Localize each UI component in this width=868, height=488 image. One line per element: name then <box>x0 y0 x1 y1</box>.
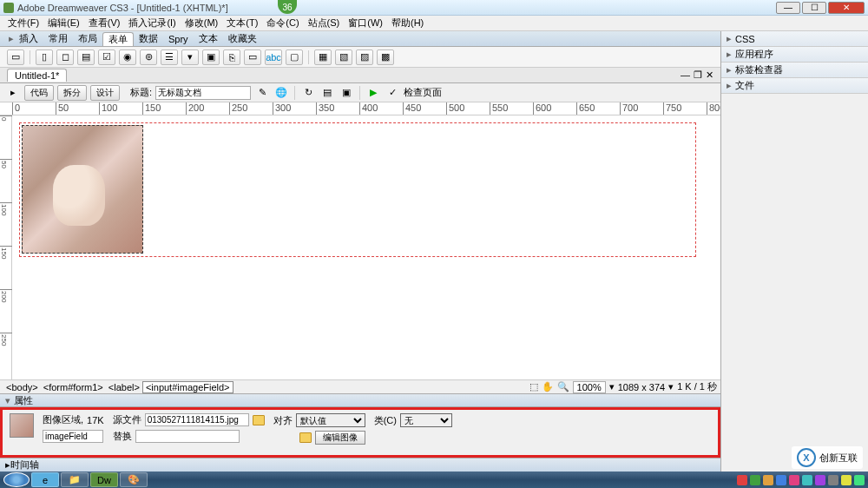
panel-tag-inspector[interactable]: ▸标签检查器 <box>721 63 868 78</box>
design-view-button[interactable]: 设计 <box>90 85 120 101</box>
edit-image-button[interactable]: 编辑图像 <box>315 431 365 445</box>
start-button[interactable] <box>3 472 30 487</box>
spry-checkbox-icon[interactable]: ▨ <box>356 49 373 65</box>
tray-icon[interactable] <box>737 475 747 485</box>
tag-form[interactable]: <form#form1> <box>41 382 106 392</box>
insert-tab-layout[interactable]: 布局 <box>73 32 102 45</box>
preview-icon[interactable]: ▣ <box>339 85 354 101</box>
check-icon[interactable]: ✓ <box>385 85 400 101</box>
taskbar-explorer-icon[interactable]: 📁 <box>61 472 89 487</box>
class-select[interactable]: 无 <box>400 413 452 427</box>
insert-tab-spry[interactable]: Spry <box>163 34 194 44</box>
tray-icon[interactable] <box>828 475 838 485</box>
tray-icon[interactable] <box>854 475 865 485</box>
insert-tab-common[interactable]: 常用 <box>43 32 73 45</box>
menu-site[interactable]: 站点(S) <box>304 16 345 30</box>
radio-icon[interactable]: ◉ <box>119 49 136 65</box>
browse-folder-icon[interactable] <box>253 415 265 425</box>
properties-header[interactable]: ▾ 属性 <box>0 393 720 407</box>
form-element[interactable] <box>19 122 696 257</box>
hand-tool-icon[interactable]: ✋ <box>542 381 554 392</box>
panel-application[interactable]: ▸应用程序 <box>721 47 868 63</box>
align-select[interactable]: 默认值 <box>296 413 365 427</box>
menu-insert[interactable]: 插入记录(I) <box>124 16 180 30</box>
tray-icon[interactable] <box>815 475 825 485</box>
alt-input[interactable] <box>135 430 240 443</box>
checkbox-icon[interactable]: ☑ <box>98 49 115 65</box>
close-button[interactable]: ✕ <box>828 2 865 14</box>
spry-textarea-icon[interactable]: ▧ <box>335 49 352 65</box>
spry-validate-icon[interactable]: ▦ <box>314 49 332 65</box>
menu-file[interactable]: 文件(F) <box>3 16 43 30</box>
insert-tab-data[interactable]: 数据 <box>134 32 163 45</box>
check-page-label[interactable]: 检查页面 <box>404 86 442 99</box>
textarea-icon[interactable]: ▤ <box>77 49 95 65</box>
form-icon[interactable]: ▭ <box>7 49 24 65</box>
menu-help[interactable]: 帮助(H) <box>387 16 428 30</box>
insert-tab-forms[interactable]: 表单 <box>102 32 134 46</box>
imagefield-icon[interactable]: ▣ <box>202 49 220 65</box>
menu-modify[interactable]: 修改(M) <box>181 16 223 30</box>
refresh-icon[interactable]: ↻ <box>300 85 316 101</box>
list-icon[interactable]: ☰ <box>161 49 178 65</box>
maximize-button[interactable]: ☐ <box>802 2 826 14</box>
label-icon[interactable]: abc <box>265 49 282 65</box>
panel-files[interactable]: ▸文件 <box>721 78 868 94</box>
radiogroup-icon[interactable]: ⊚ <box>140 49 157 65</box>
doc-close-button[interactable]: ✕ <box>706 69 713 81</box>
tray-icon[interactable] <box>841 475 852 485</box>
browse-icon[interactable] <box>299 432 312 443</box>
hidden-icon[interactable]: ◻ <box>56 49 74 65</box>
menu-window[interactable]: 窗口(W) <box>344 16 387 30</box>
timeline-header[interactable]: ▸ 时间轴 <box>0 458 720 472</box>
insert-tab-text[interactable]: 文本 <box>194 32 223 45</box>
tray-icon[interactable] <box>750 475 760 485</box>
select-tool-icon[interactable]: ⬚ <box>529 381 538 392</box>
doc-minimize-button[interactable]: — <box>681 69 690 81</box>
doc-restore-button[interactable]: ❐ <box>694 69 702 81</box>
image-field[interactable] <box>22 125 143 254</box>
tray-icon[interactable] <box>776 475 786 485</box>
split-view-button[interactable]: 拆分 <box>57 85 87 101</box>
panel-css[interactable]: ▸CSS <box>721 31 868 47</box>
button-icon[interactable]: ▭ <box>244 49 261 65</box>
insert-tab-favorites[interactable]: 收藏夹 <box>223 32 262 45</box>
tag-input[interactable]: <input#imageField> <box>142 381 233 393</box>
code-view-button[interactable]: 代码 <box>24 85 54 101</box>
insert-arrow-icon[interactable]: ▸ <box>3 33 14 44</box>
image-type-label: 图像区域, <box>43 413 83 426</box>
fieldset-icon[interactable]: ▢ <box>286 49 303 65</box>
tray-icon[interactable] <box>763 475 773 485</box>
src-input[interactable] <box>145 413 249 426</box>
collapse-arrow-icon[interactable]: ▾ <box>5 395 10 406</box>
menu-view[interactable]: 查看(V) <box>84 16 125 30</box>
menu-text[interactable]: 文本(T) <box>222 16 262 30</box>
globe-icon[interactable]: 🌐 <box>273 85 289 101</box>
name-input[interactable] <box>43 430 103 443</box>
taskbar-paint-icon[interactable]: 🎨 <box>120 472 148 487</box>
menu-commands[interactable]: 命令(C) <box>262 16 303 30</box>
zoom-tool-icon[interactable]: 🔍 <box>557 381 569 392</box>
validate-icon[interactable]: ✎ <box>254 85 270 101</box>
taskbar-dreamweaver-icon[interactable]: Dw <box>90 472 118 487</box>
view-expand-icon[interactable]: ▸ <box>5 85 21 101</box>
taskbar-ie-icon[interactable]: e <box>31 472 59 487</box>
page-title-input[interactable] <box>155 86 251 100</box>
tray-icon[interactable] <box>789 475 799 485</box>
design-canvas[interactable] <box>12 115 720 379</box>
view-toolbar: ▸ 代码 拆分 设计 标题: ✎ 🌐 ↻ ▤ ▣ ▶ ✓ 检查页面 <box>0 83 720 102</box>
filefield-icon[interactable]: ⎘ <box>223 49 240 65</box>
zoom-level[interactable]: 100% <box>573 381 606 393</box>
jumpmenu-icon[interactable]: ▾ <box>181 49 199 65</box>
file-mgmt-icon[interactable]: ▤ <box>319 85 335 101</box>
textfield-icon[interactable]: ▯ <box>36 49 53 65</box>
spry-select-icon[interactable]: ▩ <box>377 49 394 65</box>
document-tab[interactable]: Untitled-1* <box>7 69 67 82</box>
menu-edit[interactable]: 编辑(E) <box>43 16 84 30</box>
tray-icon[interactable] <box>802 475 812 485</box>
minimize-button[interactable]: — <box>776 2 800 14</box>
tag-body[interactable]: <body> <box>3 382 41 392</box>
tag-label[interactable]: <label> <box>106 382 142 392</box>
window-size[interactable]: 1089 x 374 <box>618 382 665 392</box>
debug-icon[interactable]: ▶ <box>365 85 381 101</box>
